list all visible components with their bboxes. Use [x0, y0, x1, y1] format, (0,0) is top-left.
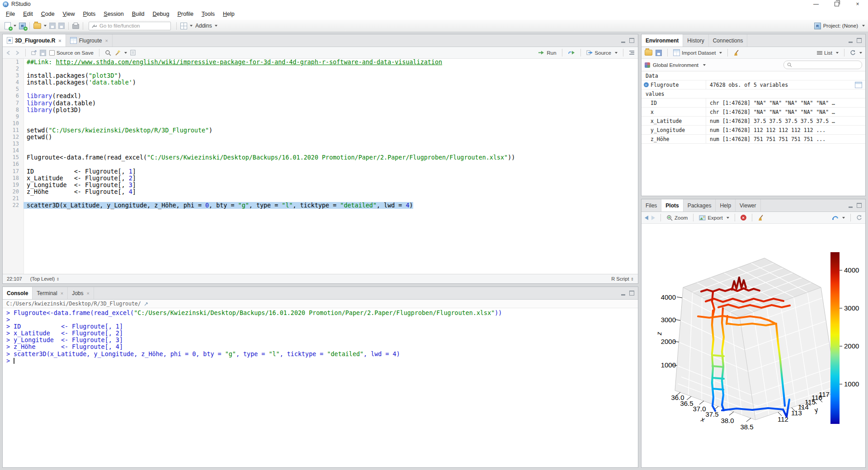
tab-files[interactable]: Files [642, 199, 661, 212]
environment-row-y-longitude[interactable]: y_Longitudenum [1:47628] 112 112 112 112… [642, 126, 865, 135]
minimize-pane-icon[interactable] [621, 38, 625, 43]
goto-file-input[interactable]: Go to file/function [89, 22, 171, 30]
environment-scope-selector[interactable]: Global Environment [653, 62, 698, 68]
maximize-pane-icon[interactable] [857, 38, 862, 43]
clear-plots-button[interactable] [758, 215, 764, 221]
maximize-pane-icon[interactable] [629, 291, 634, 296]
environment-row-id[interactable]: IDchr [1:47628] "NA" "NA" "NA" "NA" "NA"… [642, 99, 865, 108]
restore-button[interactable] [826, 0, 847, 8]
save-file-button[interactable] [40, 50, 46, 56]
environment-search-input[interactable] [783, 61, 862, 69]
console-output[interactable]: > Flugroute<-data.frame(read_excel("C:/U… [3, 308, 638, 467]
compile-report-button[interactable] [130, 50, 136, 56]
zoom-plot-button[interactable]: Zoom [666, 215, 688, 221]
tab-terminal[interactable]: Terminal× [33, 287, 68, 299]
code-line[interactable]: 12getwd() [3, 134, 638, 141]
refresh-button[interactable] [850, 50, 862, 56]
code-line[interactable]: 17ID <- Flugroute[, 1] [3, 168, 638, 175]
print-button[interactable] [71, 23, 80, 29]
menu-help[interactable]: Help [219, 11, 239, 17]
next-plot-button[interactable] [651, 216, 655, 220]
menu-debug[interactable]: Debug [149, 11, 174, 17]
code-line[interactable]: 3install.packages("plot3D") [3, 72, 638, 79]
menu-tools[interactable]: Tools [198, 11, 219, 17]
code-line[interactable]: 6library(readxl) [3, 93, 638, 99]
code-line[interactable]: > z_Höhe <- Flugroute[, 4] [3, 343, 638, 350]
save-button[interactable] [48, 23, 57, 29]
tab-connections[interactable]: Connections [709, 34, 748, 47]
code-line[interactable]: > y_Longitude <- Flugroute[, 3] [3, 337, 638, 343]
save-workspace-button[interactable] [656, 50, 662, 56]
code-line[interactable]: > x_Latitude <- Flugroute[, 2] [3, 330, 638, 337]
environment-row-flugroute[interactable]: ▸ Flugroute 47628 obs. of 5 variables [642, 80, 865, 89]
file-type-selector[interactable]: R Script⇕ [611, 276, 634, 282]
menu-file[interactable]: File [2, 11, 19, 17]
save-all-button[interactable] [57, 23, 66, 29]
project-menu[interactable]: R Project: (None) [814, 23, 865, 29]
tab-data-viewer[interactable]: Flugroute × [66, 34, 113, 47]
menu-plots[interactable]: Plots [79, 11, 99, 17]
code-line[interactable]: > [3, 316, 638, 323]
code-line[interactable]: 11setwd("C:/Users/kwiezinski/Desktop/R/3… [3, 127, 638, 134]
close-icon[interactable]: × [105, 38, 108, 43]
maximize-pane-icon[interactable] [857, 203, 862, 208]
environment-row-x-latitude[interactable]: x_Latitudenum [1:47628] 37.5 37.5 37.5 3… [642, 117, 865, 126]
code-line[interactable]: 10 [3, 120, 638, 127]
addins-button[interactable]: Addins [194, 23, 219, 29]
code-line[interactable]: > [3, 357, 638, 364]
code-line[interactable]: 5 [3, 86, 638, 93]
expand-icon[interactable]: ▸ [644, 82, 649, 87]
code-line[interactable]: 8library(plot3D) [3, 107, 638, 113]
list-view-button[interactable]: List [817, 50, 839, 56]
document-outline-button[interactable] [629, 50, 635, 55]
export-plot-button[interactable]: Export [699, 215, 729, 221]
tab-jobs[interactable]: Jobs× [68, 287, 94, 299]
import-dataset-button[interactable]: Import Dataset [673, 49, 722, 56]
code-line[interactable]: 4install.packages('data.table') [3, 79, 638, 86]
popout-button[interactable] [31, 50, 37, 55]
minimize-button[interactable]: — [806, 0, 826, 8]
close-icon[interactable]: × [87, 291, 90, 296]
remove-plot-button[interactable]: × [741, 215, 746, 221]
load-workspace-button[interactable] [645, 50, 652, 56]
menu-session[interactable]: Session [99, 11, 127, 17]
minimize-pane-icon[interactable] [849, 203, 853, 208]
close-icon[interactable]: × [61, 291, 63, 296]
tab-environment[interactable]: Environment [642, 34, 683, 47]
menu-build[interactable]: Build [128, 11, 149, 17]
code-tools-button[interactable] [114, 50, 127, 56]
clear-workspace-button[interactable] [733, 50, 740, 56]
nav-forward-button[interactable] [14, 51, 20, 55]
open-file-button[interactable] [32, 23, 48, 29]
rerun-button[interactable] [568, 50, 575, 55]
environment-row-z-hoehe[interactable]: z_Höhenum [1:47628] 751 751 751 751 751 … [642, 135, 865, 144]
tab-history[interactable]: History [683, 34, 708, 47]
code-line[interactable]: > ID <- Flugroute[, 1] [3, 323, 638, 330]
scope-selector[interactable]: (Top Level)⇕ [30, 276, 60, 282]
panes-layout-button[interactable] [179, 23, 194, 29]
minimize-pane-icon[interactable] [849, 38, 853, 43]
tab-viewer[interactable]: Viewer [736, 199, 760, 212]
new-project-button[interactable]: R+ [18, 23, 27, 29]
view-table-icon[interactable] [855, 82, 862, 88]
maximize-pane-icon[interactable] [629, 38, 634, 43]
code-line[interactable]: 20z_Höhe <- Flugroute[, 4] [3, 188, 638, 195]
find-button[interactable] [105, 50, 111, 56]
tab-packages[interactable]: Packages [684, 199, 716, 212]
close-icon[interactable]: × [58, 38, 61, 43]
previous-plot-button[interactable] [645, 216, 648, 220]
minimize-pane-icon[interactable] [621, 291, 625, 296]
run-button[interactable]: Run [538, 50, 556, 56]
source-on-save-checkbox[interactable]: Source on Save [49, 50, 94, 56]
code-line[interactable]: > scatter3D(x_Latitude, y_Longitude, z_H… [3, 351, 638, 357]
tab-console[interactable]: Console [3, 287, 33, 299]
tab-plots[interactable]: Plots [661, 199, 683, 212]
code-line[interactable]: 14 [3, 147, 638, 154]
code-line[interactable]: 22scatter3D(x_Latitude, y_Longitude, z_H… [3, 202, 638, 209]
menu-view[interactable]: View [59, 11, 79, 17]
code-line[interactable]: 18x_Latitude <- Flugroute[, 2] [3, 175, 638, 182]
code-line[interactable]: 13 [3, 141, 638, 147]
code-line[interactable]: 16 [3, 161, 638, 168]
tab-source-file[interactable]: R 3D_Flugroute.R × [3, 34, 66, 47]
tab-help[interactable]: Help [716, 199, 736, 212]
